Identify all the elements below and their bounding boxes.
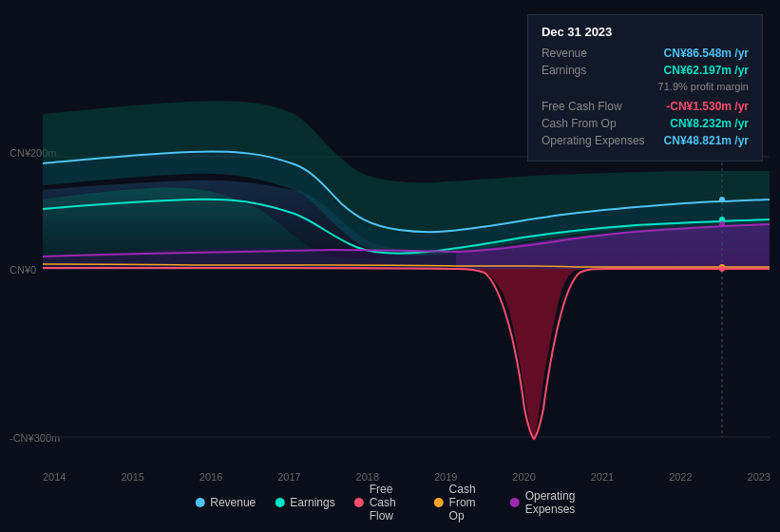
- tooltip-fcf-value: -CN¥1.530m /yr: [666, 100, 749, 113]
- tooltip-earnings-value: CN¥62.197m /yr: [664, 64, 749, 77]
- tooltip-earnings-row: Earnings CN¥62.197m /yr: [542, 64, 749, 77]
- x-label-2020: 2020: [512, 471, 535, 483]
- x-axis-labels: 2014 2015 2016 2017 2018 2019 2020 2021 …: [43, 471, 770, 483]
- legend-cashop-label: Cash From Op: [449, 483, 491, 522]
- svg-point-4: [719, 197, 725, 202]
- chart-legend: Revenue Earnings Free Cash Flow Cash Fro…: [195, 483, 585, 522]
- tooltip-cashop-label: Cash From Op: [542, 117, 617, 130]
- tooltip-opex-row: Operating Expenses CN¥48.821m /yr: [542, 134, 749, 147]
- x-label-2019: 2019: [434, 471, 457, 483]
- legend-fcf-label: Free Cash Flow: [370, 483, 415, 522]
- tooltip-cashop-value: CN¥8.232m /yr: [670, 117, 749, 130]
- x-label-2018: 2018: [356, 471, 379, 483]
- legend-earnings-dot: [275, 498, 284, 507]
- x-label-2016: 2016: [200, 471, 222, 483]
- x-label-2023: 2023: [748, 471, 770, 483]
- legend-opex-label: Operating Expenses: [525, 489, 585, 516]
- x-label-2014: 2014: [43, 471, 66, 483]
- legend-earnings: Earnings: [275, 496, 334, 509]
- svg-point-6: [719, 221, 725, 227]
- tooltip-revenue-label: Revenue: [542, 47, 587, 60]
- tooltip-revenue-row: Revenue CN¥86.548m /yr: [542, 47, 749, 60]
- tooltip-opex-label: Operating Expenses: [542, 134, 645, 147]
- legend-revenue: Revenue: [195, 496, 256, 509]
- tooltip-fcf-row: Free Cash Flow -CN¥1.530m /yr: [542, 100, 749, 113]
- x-label-2021: 2021: [591, 471, 614, 483]
- legend-cashop-dot: [434, 498, 444, 507]
- legend-revenue-dot: [195, 498, 204, 507]
- legend-opex-dot: [510, 498, 520, 507]
- x-label-2022: 2022: [669, 471, 692, 483]
- tooltip-earnings-label: Earnings: [542, 64, 586, 77]
- legend-opex: Operating Expenses: [510, 489, 585, 516]
- legend-earnings-label: Earnings: [290, 496, 334, 509]
- legend-cashop: Cash From Op: [434, 483, 491, 522]
- x-label-2015: 2015: [121, 471, 143, 483]
- legend-revenue-label: Revenue: [210, 496, 256, 509]
- tooltip-date: Dec 31 2023: [542, 25, 749, 39]
- tooltip-cashop-row: Cash From Op CN¥8.232m /yr: [542, 117, 749, 130]
- legend-fcf-dot: [354, 498, 364, 507]
- tooltip-revenue-value: CN¥86.548m /yr: [664, 47, 749, 60]
- tooltip-opex-value: CN¥48.821m /yr: [664, 134, 749, 147]
- tooltip-fcf-label: Free Cash Flow: [542, 100, 622, 113]
- svg-point-8: [719, 266, 725, 272]
- tooltip-profit-margin-row: 71.9% profit margin: [542, 81, 749, 96]
- tooltip-panel: Dec 31 2023 Revenue CN¥86.548m /yr Earni…: [527, 14, 763, 162]
- legend-fcf: Free Cash Flow: [354, 483, 415, 522]
- x-label-2017: 2017: [277, 471, 300, 483]
- tooltip-profit-margin: 71.9% profit margin: [658, 81, 749, 92]
